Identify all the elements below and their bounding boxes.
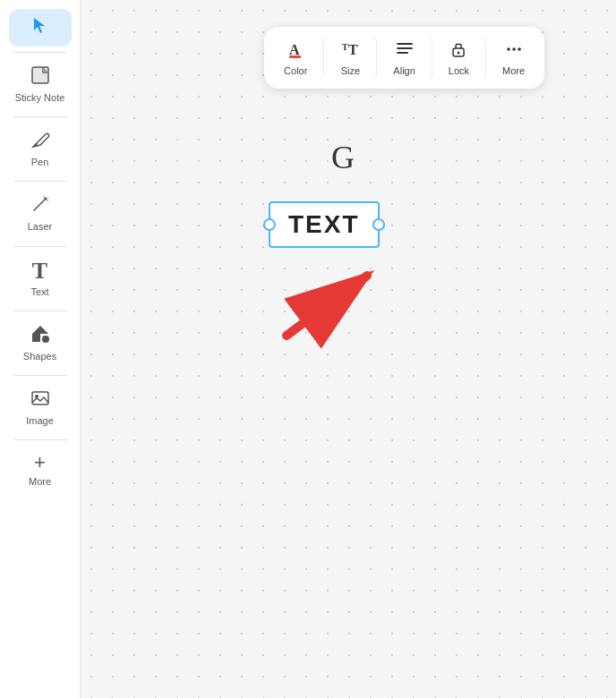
toolbar: A Color T T Size (264, 27, 544, 89)
svg-point-19 (458, 52, 460, 55)
sticky-note-icon (30, 65, 50, 89)
text-content[interactable]: TEXT (288, 210, 360, 238)
color-icon: A (286, 39, 305, 62)
laser-label: Laser (28, 221, 53, 233)
toolbar-size-button[interactable]: T T Size (324, 34, 377, 81)
sidebar-item-text[interactable]: T Text (9, 252, 72, 305)
sidebar-item-laser[interactable]: Laser (9, 187, 72, 240)
svg-point-8 (42, 336, 49, 343)
lock-icon (449, 39, 468, 62)
svg-text:T: T (342, 42, 348, 52)
align-label: Align (393, 65, 415, 76)
size-icon: T T (340, 39, 360, 62)
svg-point-20 (507, 47, 510, 51)
svg-point-21 (512, 47, 516, 51)
svg-rect-12 (289, 55, 301, 58)
sidebar-item-more[interactable]: + More (9, 446, 72, 495)
more-label: More (29, 476, 51, 488)
shapes-icon (30, 324, 50, 347)
svg-text:A: A (289, 42, 300, 57)
sidebar-divider-7 (13, 439, 67, 440)
plus-icon: + (34, 453, 46, 472)
lock-label: Lock (449, 65, 469, 76)
canvas-content: G TEXT (81, 0, 616, 698)
image-label: Image (26, 415, 54, 427)
svg-line-24 (287, 276, 367, 336)
sidebar-divider-6 (13, 375, 67, 376)
text-label: Text (30, 286, 48, 298)
sidebar-item-image[interactable]: Image (9, 381, 72, 434)
sidebar-divider-4 (13, 246, 67, 247)
text-icon: T (32, 260, 47, 283)
google-g-char: G (331, 139, 355, 176)
svg-point-3 (47, 200, 48, 201)
sidebar-divider-1 (13, 52, 67, 53)
sidebar-divider-3 (13, 181, 67, 182)
image-icon (30, 388, 50, 412)
svg-marker-7 (32, 326, 48, 334)
sticky-note-label: Sticky Note (15, 92, 65, 104)
sidebar-item-pen[interactable]: Pen (9, 123, 72, 175)
pen-icon (30, 130, 50, 153)
sidebar-item-shapes[interactable]: Shapes (9, 317, 72, 370)
laser-icon (30, 194, 50, 217)
svg-point-5 (47, 198, 49, 200)
svg-rect-6 (32, 334, 40, 342)
size-label: Size (341, 65, 360, 76)
toolbar-more-button[interactable]: More (486, 34, 541, 81)
sidebar: Sticky Note Pen Laser T Text (0, 0, 81, 698)
more-toolbar-label: More (502, 65, 525, 76)
resize-handle-right[interactable] (372, 218, 385, 231)
cursor-icon (30, 16, 50, 39)
svg-rect-9 (32, 392, 48, 404)
align-icon (395, 39, 415, 62)
ellipsis-icon (504, 39, 524, 62)
arrow-indicator (260, 242, 439, 349)
sidebar-item-sticky-note[interactable]: Sticky Note (9, 58, 72, 111)
toolbar-color-button[interactable]: A Color (268, 34, 324, 81)
shapes-label: Shapes (23, 351, 56, 362)
svg-point-2 (44, 198, 47, 200)
sidebar-item-select[interactable] (9, 9, 72, 47)
svg-rect-0 (32, 67, 48, 83)
toolbar-align-button[interactable]: Align (377, 34, 432, 81)
color-label: Color (284, 65, 307, 76)
sidebar-divider-5 (13, 311, 67, 311)
canvas-area[interactable]: A Color T T Size (81, 0, 616, 698)
svg-point-22 (518, 47, 521, 51)
svg-point-4 (43, 196, 45, 198)
sidebar-divider-2 (13, 116, 67, 117)
svg-text:T: T (348, 42, 358, 57)
toolbar-lock-button[interactable]: Lock (432, 34, 486, 81)
resize-handle-left[interactable] (263, 218, 276, 231)
pen-label: Pen (31, 157, 49, 168)
